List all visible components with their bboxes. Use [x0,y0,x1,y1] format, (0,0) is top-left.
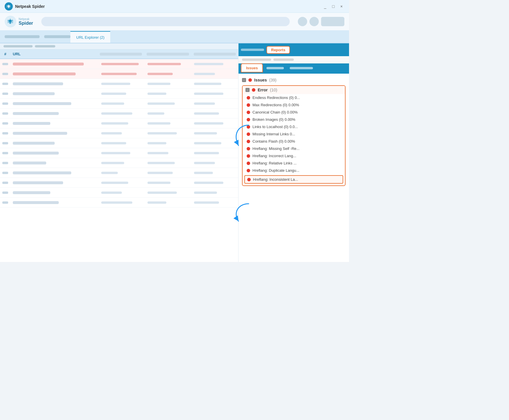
window-controls: _ □ × [322,3,344,9]
col-other-1 [100,53,142,56]
issue-item-label: Broken Images (0) 0.00% [252,117,295,122]
title-bar-left: 🕷 Netpeak Spider [5,2,45,10]
issue-item[interactable]: Missing Internal Links 0... [243,130,345,138]
issue-item[interactable]: Canonical Chain (0) 0.00% [243,109,345,116]
error-collapse-btn[interactable]: − [245,88,250,92]
col-other-3 [194,53,236,56]
table-row[interactable] [0,178,238,188]
item-dot [247,140,250,143]
issue-item-label: Hreflang: Duplicate Langu... [252,168,299,173]
item-dot [247,154,250,158]
table-row[interactable] [0,148,238,158]
issue-item-highlighted[interactable]: Hreflang: Inconsistent La... [244,175,343,184]
item-dot [247,125,250,129]
issues-root-count: (39) [269,78,277,82]
issue-item[interactable]: Hreflang: Incorrect Lang... [243,152,345,160]
table-row[interactable] [0,79,238,89]
issues-list[interactable]: − Issues (39) − Error (10) [239,74,349,262]
table-row[interactable] [0,168,238,178]
issue-item-label: Max Redirections (0) 0.00% [252,103,299,107]
issue-item[interactable]: Hreflang: Missing Self -Re... [243,145,345,152]
item-dot [247,111,250,114]
issues-tab-placeholder-1 [266,67,284,69]
logo-text-block: Netpeak Spider [19,17,33,26]
reports-tab-button[interactable]: Reports [266,46,290,54]
tab-url-explorer[interactable]: URL Explorer (2) [70,31,110,43]
tab-placeholder-2 [44,35,70,38]
table-row[interactable] [0,59,238,69]
logo-area: 🕷 Netpeak Spider [5,16,33,27]
app-logo-icon: 🕷 [5,2,13,10]
header-icons [298,17,344,26]
issues-status-dot [248,78,252,82]
url-bar-placeholder[interactable] [41,17,290,26]
issue-item-label: Canonical Chain (0) 0.00% [252,110,298,114]
table-row[interactable] [0,109,238,118]
issues-collapse-btn[interactable]: − [242,78,246,82]
item-dot [247,147,250,150]
close-button[interactable]: × [339,3,344,9]
issue-item-label: Contains Flash (0) 0.00% [252,139,295,143]
logo-bottom: Spider [19,21,33,26]
filter-pill-2 [35,45,55,47]
table-row[interactable] [0,118,238,128]
table-row[interactable] [0,138,238,148]
issue-item-label: Missing Internal Links 0... [252,132,295,136]
issue-item-label: Links to Localhost (0) 0.0... [252,125,298,129]
table-row[interactable] [0,188,238,198]
issues-root-label: Issues [254,78,267,82]
issue-item-label: Hreflang: Relative Links ... [252,161,297,165]
issue-item-label: Hreflang: Incorrect Lang... [252,154,296,158]
item-dot [247,178,251,181]
issue-item[interactable]: Hreflang: Relative Links ... [243,160,345,167]
issue-item[interactable]: Broken Images (0) 0.00% [243,116,345,123]
issue-item-label-highlighted: Hreflang: Inconsistent La... [253,177,298,182]
item-dot [247,169,250,172]
issue-item[interactable]: Endless Redirections (0) 0... [243,94,345,101]
col-other-2 [147,53,189,56]
table-row[interactable] [0,158,238,168]
url-explorer-panel: # URL [0,43,239,262]
main-layout: # URL [0,43,349,262]
issue-item[interactable]: Max Redirections (0) 0.00% [243,101,345,109]
spider-logo-icon: 🕷 [5,16,16,27]
minimize-button[interactable]: _ [322,3,328,9]
table-row[interactable] [0,69,238,79]
error-status-dot [252,88,255,92]
header-icon-2 [309,17,319,26]
header-toolbar: 🕷 Netpeak Spider [0,13,349,31]
issue-item-label: Endless Redirections (0) 0... [252,95,300,100]
reports-tabs-bar: Reports [239,43,349,56]
table-row[interactable] [0,198,238,208]
error-section: − Error (10) Endless Redirections (0) 0.… [242,85,346,186]
item-dot [247,103,250,107]
maximize-button[interactable]: □ [330,3,336,9]
table-row[interactable] [0,128,238,138]
table-row[interactable] [0,99,238,109]
issues-root-item[interactable]: − Issues (39) [239,76,349,84]
table-row[interactable] [0,89,238,99]
filter-bar-2 [273,59,294,61]
table-header: # URL [0,49,238,59]
error-label: Error [258,88,268,92]
issue-item[interactable]: Contains Flash (0) 0.00% [243,138,345,145]
error-count: (10) [270,88,277,92]
item-dot [247,96,250,100]
header-action-btn[interactable] [321,17,344,26]
issue-item[interactable]: Links to Localhost (0) 0.0... [243,123,345,130]
issues-tab-placeholder-2 [290,67,313,69]
header-avatar [298,17,307,26]
reports-tab-placeholder [241,49,264,51]
col-hash-header: # [0,52,10,56]
title-bar: 🕷 Netpeak Spider _ □ × [0,0,349,13]
issues-tab-button[interactable]: Issues [241,63,263,72]
issue-item[interactable]: Hreflang: Duplicate Langu... [243,167,345,174]
main-tabs-row: URL Explorer (2) [0,31,349,43]
filter-bar-1 [242,59,271,61]
item-dot [247,162,250,165]
filter-pill-1 [3,45,33,47]
logo-top: Netpeak [19,17,33,21]
col-url-header: URL [10,52,97,56]
error-header[interactable]: − Error (10) [243,86,345,94]
tab-placeholder-1 [5,35,40,38]
